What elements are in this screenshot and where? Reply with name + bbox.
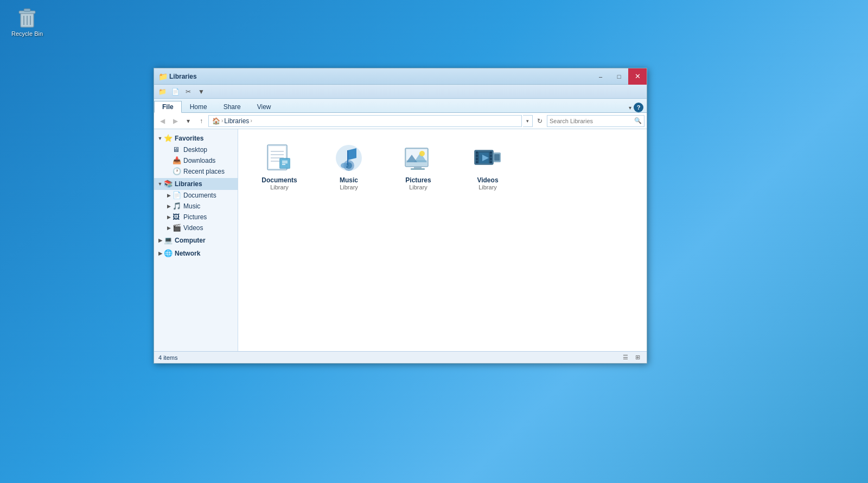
pictures-icon: 🖼	[173, 213, 181, 221]
maximize-button[interactable]: □	[610, 68, 628, 85]
tab-view[interactable]: View	[249, 100, 279, 112]
path-libraries: Libraries	[224, 117, 249, 125]
documents-icon: 📄	[173, 191, 181, 200]
title-bar: 📁 Libraries – □ ✕	[154, 68, 647, 85]
pictures-name: Pictures	[405, 176, 431, 184]
favorites-label: Favorites	[175, 135, 203, 142]
sidebar-item-recent-places[interactable]: 🕐 Recent places	[154, 166, 238, 177]
videos-file-icon	[473, 143, 503, 173]
recent-icon: 🕐	[173, 167, 181, 176]
quick-access-toolbar: 📁 📄 ✂ ▼	[154, 85, 647, 99]
network-icon: 🌐	[164, 249, 173, 258]
recycle-bin[interactable]: Recycle Bin	[8, 5, 46, 37]
folder-icon: 📁	[158, 72, 167, 81]
file-item-videos[interactable]: Videos Library	[455, 138, 520, 195]
svg-rect-34	[476, 151, 478, 154]
minimize-button[interactable]: –	[591, 68, 610, 85]
libraries-section: ▼ 📚 Libraries ▶ 📄 Documents ▶ 🎵 Music	[154, 178, 238, 233]
breadcrumb: 🏠 › Libraries ›	[212, 117, 252, 125]
svg-rect-39	[490, 155, 492, 157]
tab-share[interactable]: Share	[215, 100, 249, 112]
sidebar-item-computer[interactable]: ▶ 💻 Computer	[154, 234, 238, 246]
address-dropdown[interactable]: ▾	[523, 115, 533, 127]
network-expand-icon: ▶	[156, 250, 164, 257]
title-bar-left: 📁 Libraries	[158, 72, 197, 81]
refresh-button[interactable]: ↻	[534, 115, 546, 127]
sidebar-item-desktop[interactable]: 🖥 Desktop	[154, 144, 238, 155]
quick-dropdown-button[interactable]: ▼	[195, 86, 207, 97]
file-item-pictures[interactable]: Pictures Library	[386, 138, 451, 195]
sidebar-item-music[interactable]: ▶ 🎵 Music	[154, 201, 238, 212]
tab-file[interactable]: File	[154, 101, 182, 113]
quick-new-button[interactable]: 📄	[169, 86, 181, 97]
quick-cut-button[interactable]: ✂	[182, 86, 194, 97]
videos-icon: 🎬	[173, 224, 181, 232]
forward-button[interactable]: ▶	[169, 115, 181, 127]
documents-file-icon	[264, 143, 295, 173]
music-icon: 🎵	[173, 202, 181, 211]
svg-rect-40	[490, 158, 492, 160]
sidebar-item-network[interactable]: ▶ 🌐 Network	[154, 247, 238, 259]
sidebar-item-downloads[interactable]: 📥 Downloads	[154, 155, 238, 166]
list-view-button[interactable]: ☰	[621, 353, 630, 362]
status-count: 4 items	[158, 354, 177, 361]
svg-rect-41	[490, 161, 492, 163]
sidebar-item-documents[interactable]: ▶ 📄 Documents	[154, 190, 238, 201]
svg-rect-38	[490, 151, 492, 154]
help-button[interactable]: ?	[634, 103, 643, 112]
up-button[interactable]: ↑	[195, 115, 207, 127]
icon-view-button[interactable]: ⊞	[633, 353, 642, 362]
svg-point-28	[419, 151, 425, 156]
sidebar-item-videos[interactable]: ▶ 🎬 Videos	[154, 223, 238, 233]
back-button[interactable]: ◀	[156, 115, 168, 127]
tab-home[interactable]: Home	[182, 100, 215, 112]
desktop-icon: 🖥	[173, 145, 181, 154]
favorites-section: ▼ ⭐ Favorites 🖥 Desktop 📥 Downloads	[154, 132, 238, 177]
sidebar-item-favorites[interactable]: ▼ ⭐ Favorites	[154, 132, 238, 144]
documents-type: Library	[270, 184, 289, 190]
file-item-documents[interactable]: Documents Library	[247, 138, 312, 195]
sidebar-item-libraries[interactable]: ▼ 📚 Libraries	[154, 178, 238, 190]
libraries-expand-icon: ▼	[156, 180, 164, 188]
svg-rect-31	[411, 168, 425, 170]
search-button[interactable]: 🔍	[634, 117, 642, 124]
search-input[interactable]	[550, 118, 634, 124]
search-box[interactable]: 🔍	[547, 115, 644, 127]
svg-rect-29	[406, 160, 427, 166]
music-expand-icon: ▶	[165, 202, 173, 210]
documents-name: Documents	[261, 176, 297, 184]
downloads-label: Downloads	[183, 157, 215, 164]
network-section: ▶ 🌐 Network	[154, 247, 238, 259]
close-button[interactable]: ✕	[628, 68, 647, 85]
ribbon-chevron-icon[interactable]: ▾	[629, 105, 631, 111]
recent-locations-button[interactable]: ▾	[182, 115, 194, 127]
status-bar: 4 items ☰ ⊞	[154, 351, 647, 363]
file-item-music[interactable]: ♪ Music Library	[316, 138, 381, 195]
quick-folder-button[interactable]: 📁	[156, 86, 168, 97]
computer-icon: 💻	[164, 236, 173, 245]
documents-expand-icon: ▶	[165, 192, 173, 199]
address-bar: ◀ ▶ ▾ ↑ 🏠 › Libraries › ▾ ↻ 🔍	[154, 113, 647, 129]
ribbon-tabs: File Home Share View ▾ ?	[154, 99, 647, 113]
favorites-expand-icon: ▼	[156, 135, 164, 142]
videos-label: Videos	[183, 224, 203, 232]
videos-type: Library	[478, 184, 497, 190]
videos-expand-icon: ▶	[165, 224, 173, 232]
title-bar-controls: – □ ✕	[591, 68, 647, 85]
music-type: Library	[340, 184, 358, 190]
favorites-icon: ⭐	[164, 134, 173, 143]
address-path[interactable]: 🏠 › Libraries ›	[208, 115, 522, 127]
svg-rect-35	[476, 155, 478, 157]
computer-section: ▶ 💻 Computer	[154, 234, 238, 246]
pictures-type: Library	[409, 184, 427, 190]
libraries-label: Libraries	[175, 180, 202, 188]
status-right: ☰ ⊞	[621, 353, 642, 362]
svg-rect-2	[24, 9, 30, 11]
sidebar-item-pictures[interactable]: ▶ 🖼 Pictures	[154, 212, 238, 223]
music-label: Music	[183, 202, 200, 210]
svg-rect-45	[479, 152, 489, 163]
file-area: Documents Library ♪	[238, 129, 647, 351]
explorer-window: 📁 Libraries – □ ✕ 📁 📄 ✂ ▼	[154, 68, 647, 364]
recent-label: Recent places	[183, 168, 225, 175]
pictures-expand-icon: ▶	[165, 213, 173, 221]
